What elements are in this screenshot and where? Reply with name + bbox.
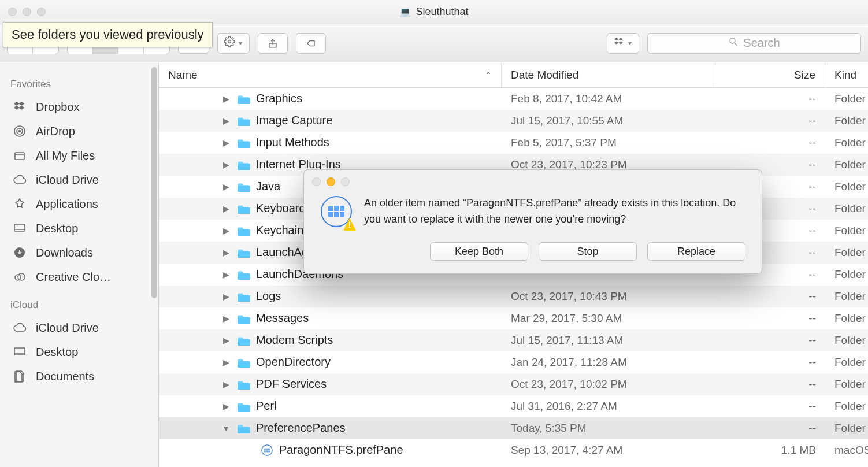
downloads-icon	[12, 246, 28, 260]
dropbox-toolbar-button[interactable]	[607, 33, 639, 54]
sidebar-item-label: Desktop	[36, 346, 78, 359]
disclosure-triangle-icon[interactable]: ▶	[220, 292, 232, 301]
file-date: Jul 15, 2017, 10:55 AM	[502, 110, 715, 131]
disclosure-triangle-icon[interactable]: ▶	[220, 160, 232, 169]
documents-icon	[12, 369, 28, 383]
file-name: Logs	[256, 290, 281, 303]
disclosure-triangle-icon[interactable]: ▶	[220, 116, 232, 125]
folder-icon	[238, 423, 250, 433]
sidebar-item-icloud-drive-2[interactable]: iCloud Drive	[8, 316, 150, 340]
svg-point-26	[19, 131, 21, 132]
sidebar-item-documents[interactable]: Documents	[8, 364, 150, 388]
folder-icon	[238, 269, 250, 280]
disclosure-triangle-icon[interactable]: ▶	[220, 270, 232, 279]
folder-icon	[238, 247, 250, 258]
disclosure-triangle-icon[interactable]: ▶	[220, 204, 232, 213]
disclosure-triangle-icon[interactable]: ▶	[220, 94, 232, 103]
file-size: --	[715, 110, 825, 131]
file-name: Input Methods	[256, 136, 329, 149]
file-date: Sep 13, 2017, 4:27 AM	[502, 439, 715, 461]
column-header-kind[interactable]: Kind	[825, 62, 868, 87]
disclosure-triangle-icon[interactable]: ▼	[220, 424, 232, 433]
table-row[interactable]: ▶MessagesMar 29, 2017, 5:30 AM--Folder	[159, 307, 868, 329]
file-date: Feb 5, 2017, 5:37 PM	[502, 132, 715, 153]
file-kind: Folder	[825, 417, 868, 439]
sidebar-item-applications[interactable]: Applications	[8, 192, 150, 216]
folder-icon	[238, 313, 250, 324]
disclosure-triangle-icon[interactable]: ▶	[220, 182, 232, 191]
sidebar-item-all-my-files[interactable]: All My Files	[8, 143, 150, 168]
icloud-icon	[12, 173, 28, 187]
table-row[interactable]: ▼PreferencePanesToday, 5:35 PM--Folder	[159, 417, 868, 439]
file-name: Messages	[256, 312, 309, 325]
sidebar-item-downloads[interactable]: Downloads	[8, 240, 150, 265]
disclosure-triangle-icon[interactable]: ▶	[220, 314, 232, 323]
sidebar-item-label: iCloud Drive	[36, 321, 99, 335]
sidebar-scrollbar[interactable]	[151, 67, 157, 298]
folder-icon	[238, 357, 250, 368]
file-size: --	[715, 417, 825, 439]
prefpane-icon: !	[320, 195, 353, 229]
file-kind: Folder	[825, 242, 868, 263]
table-row[interactable]: ParagonNTFS.prefPaneSep 13, 2017, 4:27 A…	[159, 439, 868, 461]
stop-button[interactable]: Stop	[539, 242, 637, 261]
search-placeholder: Search	[743, 36, 780, 50]
dialog-message: An older item named “ParagonNTFS.prefPan…	[364, 195, 745, 229]
file-kind: Folder	[825, 373, 868, 395]
sidebar-item-label: Desktop	[36, 222, 78, 235]
table-row[interactable]: ▶LogsOct 23, 2017, 10:43 PM--Folder	[159, 286, 868, 307]
tags-button[interactable]	[296, 33, 326, 54]
sidebar-heading-favorites: Favorites	[8, 74, 150, 95]
sidebar-item-creative-cloud[interactable]: Creative Clo…	[8, 265, 150, 289]
disclosure-triangle-icon[interactable]: ▶	[220, 138, 232, 147]
table-row[interactable]: ▶Modem ScriptsJul 15, 2017, 11:13 AM--Fo…	[159, 329, 868, 351]
sidebar-item-icloud-drive[interactable]: iCloud Drive	[8, 168, 150, 192]
file-kind: Folder	[825, 264, 868, 285]
file-size: 1.1 MB	[715, 439, 825, 461]
dialog-minimize-button[interactable]	[327, 177, 335, 186]
laptop-icon: 💻	[399, 6, 411, 17]
disclosure-triangle-icon[interactable]: ▶	[220, 380, 232, 389]
dialog-zoom-button[interactable]	[341, 177, 350, 186]
sidebar-item-desktop[interactable]: Desktop	[8, 216, 150, 240]
dialog-close-button[interactable]	[312, 177, 321, 186]
action-gear-button[interactable]	[217, 33, 250, 54]
desktop-icon	[12, 221, 28, 235]
file-date: Jan 24, 2017, 11:28 AM	[502, 351, 715, 373]
svg-rect-27	[15, 153, 24, 160]
keep-both-button[interactable]: Keep Both	[430, 242, 528, 261]
sidebar-item-label: AirDrop	[36, 125, 75, 138]
column-header-date[interactable]: Date Modified	[502, 62, 715, 87]
sidebar-item-airdrop[interactable]: AirDrop	[8, 119, 150, 143]
disclosure-triangle-icon[interactable]: ▶	[220, 336, 232, 345]
table-row[interactable]: ▶PerlJul 31, 2016, 2:27 AM--Folder	[159, 395, 868, 417]
disclosure-triangle-icon[interactable]: ▶	[220, 402, 232, 411]
table-row[interactable]: ▶GraphicsFeb 8, 2017, 10:42 AM--Folder	[159, 88, 868, 110]
share-button[interactable]	[258, 33, 288, 54]
table-row[interactable]: ▶Input MethodsFeb 5, 2017, 5:37 PM--Fold…	[159, 132, 868, 154]
search-input[interactable]: Search	[647, 33, 861, 54]
table-row[interactable]: ▶Image CaptureJul 15, 2017, 10:55 AM--Fo…	[159, 110, 868, 132]
sidebar-item-desktop-2[interactable]: Desktop	[8, 340, 150, 364]
search-icon	[728, 36, 739, 50]
replace-button[interactable]: Replace	[647, 242, 745, 261]
file-size: --	[715, 286, 825, 307]
gear-icon	[224, 36, 235, 50]
file-size: --	[715, 351, 825, 373]
disclosure-triangle-icon[interactable]: ▶	[220, 358, 232, 367]
file-date: Feb 8, 2017, 10:42 AM	[502, 88, 715, 109]
column-header-size[interactable]: Size	[715, 62, 825, 87]
sidebar-item-dropbox[interactable]: Dropbox	[8, 95, 150, 119]
column-header-name[interactable]: Name ⌃	[159, 62, 502, 87]
disclosure-triangle-icon[interactable]: ▶	[220, 226, 232, 235]
table-row[interactable]: ▶PDF ServicesOct 23, 2017, 10:02 PM--Fol…	[159, 373, 868, 395]
file-kind: macOS preference pane	[825, 439, 868, 461]
file-date: Today, 5:35 PM	[502, 417, 715, 439]
disclosure-triangle-icon[interactable]: ▶	[220, 248, 232, 257]
file-kind: Folder	[825, 329, 868, 351]
folder-icon	[238, 401, 250, 412]
svg-point-22	[730, 38, 735, 43]
table-row[interactable]: ▶OpenDirectoryJan 24, 2017, 11:28 AM--Fo…	[159, 351, 868, 373]
file-kind: Folder	[825, 351, 868, 373]
column-headers: Name ⌃ Date Modified Size Kind	[159, 62, 868, 88]
